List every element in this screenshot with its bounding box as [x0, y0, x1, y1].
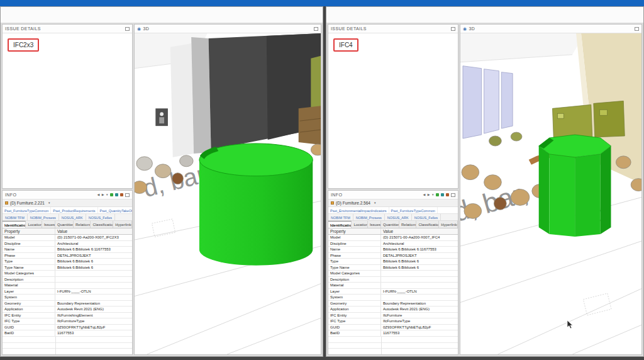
- info-tab[interactable]: Identification: [328, 221, 352, 228]
- property-row[interactable]: IFC TypeIfcFurnitureType: [328, 318, 458, 325]
- property-row[interactable]: IFC TypeIfcFurnitureType: [3, 318, 132, 325]
- property-cell: Type: [3, 259, 55, 264]
- property-row[interactable]: IFC EntityIfcFurniture: [328, 313, 458, 319]
- grid-icon[interactable]: [446, 193, 449, 196]
- property-row[interactable]: LayerI-FURN-____-OTLN: [3, 289, 132, 295]
- property-row[interactable]: GeometryBoundary Representation: [328, 301, 458, 307]
- property-row[interactable]: GeometryBoundary Representation: [3, 301, 132, 307]
- info-tab[interactable]: Quantities: [381, 221, 399, 228]
- selection-dropdown-icon[interactable]: ▾: [374, 201, 376, 205]
- group-tab[interactable]: NOBIM TFM: [3, 214, 28, 220]
- property-row[interactable]: DisciplineArchitectural: [328, 241, 458, 247]
- group-tab[interactable]: NOSUS_ARK: [385, 214, 412, 220]
- report-icon[interactable]: [441, 193, 444, 196]
- info-tab[interactable]: Classification: [91, 221, 113, 228]
- float-panel-icon[interactable]: [125, 193, 130, 197]
- property-row[interactable]: Type NameBibliotek 6:Bibliotek 6: [3, 265, 132, 271]
- property-row[interactable]: Model Categories: [3, 271, 132, 277]
- pset-tab[interactable]: Pset_FurnitureTypeCommon: [389, 207, 438, 213]
- group-tab[interactable]: NOBIM_Prosess: [28, 214, 59, 220]
- property-cell: Boundary Representation: [381, 301, 458, 305]
- selection-dropdown-icon[interactable]: ▾: [48, 201, 50, 205]
- history-dropdown-icon[interactable]: ▾: [106, 193, 108, 196]
- property-cell: Model Categories: [328, 271, 381, 276]
- property-cell: Model: [328, 235, 381, 240]
- back-icon[interactable]: ◀: [97, 193, 100, 196]
- screen: ISSUE DETAILS IFC2x3 INFO ◀ ▶ ▾: [0, 0, 644, 360]
- info-tab[interactable]: Hyperlinks: [113, 221, 132, 228]
- property-row[interactable]: Model Categories: [328, 271, 458, 277]
- info-tab[interactable]: Relations: [74, 221, 91, 228]
- property-row[interactable]: ApplicationAutodesk Revit 2021 (ENG): [328, 307, 458, 313]
- float-panel-icon[interactable]: [451, 27, 455, 31]
- property-row[interactable]: Description: [3, 277, 132, 283]
- main-tab-strip: IdentificationLocationIssuesQuantitiesRe…: [328, 221, 458, 228]
- property-row[interactable]: BatID11677553: [328, 330, 458, 337]
- property-row[interactable]: ApplicationAutodesk Revit 2021 (ENG): [3, 307, 132, 313]
- selected-object-row[interactable]: (D) Furniture.2.221 ▾: [3, 200, 132, 207]
- pset-tab[interactable]: Pset_ProductRequirements: [51, 207, 97, 213]
- group-tab[interactable]: NOBIM TFM: [328, 214, 353, 220]
- property-cell: 0Z93OFRKT7gNbETqL82pF: [55, 325, 132, 329]
- forward-icon[interactable]: ▶: [428, 193, 430, 196]
- float-panel-icon[interactable]: [125, 27, 130, 31]
- selected-object-row[interactable]: (D) Furniture.2.564 ▾: [328, 200, 458, 207]
- property-row[interactable]: NameBibliotek 6:Bibliotek 6:11677553: [328, 247, 458, 253]
- markup-icon[interactable]: [110, 193, 113, 196]
- property-cell: Model Categories: [3, 271, 55, 276]
- group-tab[interactable]: NOSUS_Felles: [412, 214, 441, 220]
- info-panel: INFO ◀ ▶ ▾ (D) Furniture.2.564: [328, 190, 458, 355]
- selected-element-cylinder[interactable]: [199, 143, 313, 266]
- property-row[interactable]: System: [328, 295, 458, 301]
- float-panel-icon[interactable]: [314, 27, 318, 31]
- info-tab[interactable]: Issues: [42, 221, 55, 228]
- info-tab[interactable]: Relations: [399, 221, 416, 228]
- float-panel-icon[interactable]: [451, 193, 455, 197]
- float-panel-icon[interactable]: [635, 27, 639, 31]
- info-tab[interactable]: Issues: [368, 221, 381, 228]
- property-row[interactable]: PhaseDETALJPROSJEKT: [328, 253, 458, 259]
- property-row[interactable]: Material: [328, 283, 458, 289]
- pset-tab[interactable]: Pset_EnvironmentalImpactIndicators: [328, 207, 389, 213]
- back-icon[interactable]: ◀: [423, 193, 426, 196]
- history-dropdown-icon[interactable]: ▾: [432, 193, 434, 196]
- property-row[interactable]: PhaseDETALJPROSJEKT: [3, 253, 132, 259]
- property-row[interactable]: Material: [3, 283, 132, 289]
- property-row[interactable]: Model(D) 215071-00-Aa200-X007_IFC4: [328, 235, 458, 241]
- viewport-3d-scene[interactable]: d, bar, 1.173: [460, 33, 641, 354]
- property-row[interactable]: System: [3, 295, 132, 301]
- property-row[interactable]: NameBibliotek 6:Bibliotek 6:11677553: [3, 247, 132, 253]
- issue-details-body: IFC2x3: [3, 33, 132, 188]
- selected-element-octagon-prism[interactable]: [539, 135, 611, 237]
- grid-icon[interactable]: [120, 193, 123, 196]
- forward-icon[interactable]: ▶: [102, 193, 104, 196]
- info-tab[interactable]: Location: [352, 221, 367, 228]
- group-tab[interactable]: NOBIM_Prosess: [353, 214, 385, 220]
- property-row[interactable]: TypeBibliotek 6:Bibliotek 6: [328, 259, 458, 265]
- report-icon[interactable]: [115, 193, 118, 196]
- property-row[interactable]: DisciplineArchitectural: [3, 241, 132, 247]
- property-cell: Type Name: [328, 265, 381, 271]
- property-row[interactable]: GUID0Z93OFRKT7gNbETqL82pF: [328, 325, 458, 331]
- pset-tab[interactable]: Pset_FurnitureTypeCommon: [3, 207, 51, 213]
- info-tab[interactable]: Hyperlinks: [439, 221, 458, 228]
- pset-tab[interactable]: Pset_QuantityTakeOff: [98, 207, 132, 213]
- info-tab[interactable]: Identification: [3, 221, 26, 228]
- property-row[interactable]: LayerI-FURN-____-OTLN: [328, 289, 458, 295]
- property-row[interactable]: Model(D) 215071-00-Aa200-X007_IFC2X3: [3, 235, 132, 241]
- property-row[interactable]: TypeBibliotek 6:Bibliotek 6: [3, 259, 132, 265]
- property-row[interactable]: IFC EntityIfcFurnishingElement: [3, 313, 132, 319]
- group-tab[interactable]: NOSUS_Felles: [86, 214, 115, 220]
- info-tab[interactable]: Location: [26, 221, 42, 228]
- info-panel: INFO ◀ ▶ ▾ (D) Furniture.2.221: [2, 190, 133, 355]
- markup-icon[interactable]: [436, 193, 439, 196]
- property-row[interactable]: Type NameBibliotek 6:Bibliotek 6: [328, 265, 458, 271]
- property-row[interactable]: GUID0Z93OFRKT7gNbETqL82pF: [3, 325, 132, 331]
- property-cell: Layer: [3, 289, 55, 295]
- info-tab[interactable]: Quantities: [55, 221, 74, 228]
- group-tab[interactable]: NOSUS_ARK: [59, 214, 86, 220]
- viewport-3d-scene[interactable]: d, bar: [135, 33, 321, 354]
- info-tab[interactable]: Classification: [416, 221, 439, 228]
- property-row[interactable]: Description: [328, 277, 458, 283]
- property-row[interactable]: BatID11677553: [3, 330, 132, 337]
